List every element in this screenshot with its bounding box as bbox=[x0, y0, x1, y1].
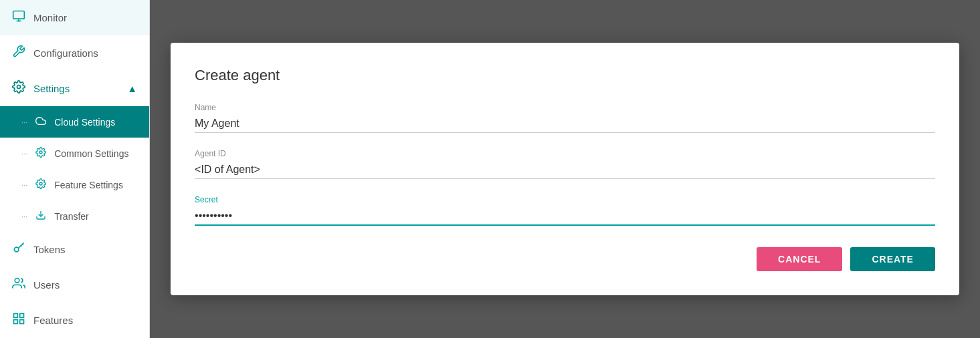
svg-point-4 bbox=[39, 151, 42, 154]
modal-actions: CANCEL CREATE bbox=[195, 247, 935, 271]
sidebar-item-feature-settings-label: Feature Settings bbox=[54, 180, 123, 190]
name-label: Name bbox=[195, 103, 935, 112]
sidebar-item-monitor-label: Monitor bbox=[33, 12, 67, 23]
svg-point-8 bbox=[15, 279, 19, 283]
sidebar-item-common-settings[interactable]: ··· Common Settings bbox=[0, 138, 149, 169]
sidebar-item-common-settings-label: Common Settings bbox=[54, 148, 128, 159]
agent-id-field: Agent ID bbox=[195, 149, 935, 179]
secret-input[interactable] bbox=[195, 207, 935, 226]
sidebar-item-users-label: Users bbox=[33, 279, 60, 291]
users-icon bbox=[12, 277, 25, 293]
agent-id-label: Agent ID bbox=[195, 149, 935, 158]
svg-rect-0 bbox=[13, 11, 25, 19]
main-content: Create agent Name Agent ID Secret CANCEL… bbox=[150, 0, 980, 338]
sidebar-item-settings-label: Settings bbox=[33, 83, 70, 94]
dot-icon3: ··· bbox=[21, 181, 27, 189]
monitor-icon bbox=[12, 9, 25, 26]
key-icon bbox=[12, 241, 25, 258]
modal-dialog: Create agent Name Agent ID Secret CANCEL… bbox=[171, 43, 959, 295]
secret-label: Secret bbox=[195, 195, 935, 204]
sidebar-item-settings[interactable]: Settings ▲ bbox=[0, 71, 149, 106]
secret-field: Secret bbox=[195, 195, 935, 226]
sidebar-item-configurations[interactable]: Configurations bbox=[0, 35, 149, 71]
features-icon bbox=[12, 312, 25, 329]
dot-icon4: ··· bbox=[21, 212, 27, 220]
dot-icon2: ··· bbox=[21, 150, 27, 158]
sidebar-item-tokens[interactable]: Tokens bbox=[0, 232, 149, 267]
sidebar-item-transfer[interactable]: ··· Transfer bbox=[0, 200, 149, 232]
sidebar-item-monitor[interactable]: Monitor bbox=[0, 0, 149, 35]
name-field: Name bbox=[195, 103, 935, 133]
modal-title: Create agent bbox=[195, 67, 935, 84]
cog2-icon bbox=[35, 178, 46, 191]
sidebar: Monitor Configurations Settings ▲ ··· Cl… bbox=[0, 0, 150, 338]
sidebar-item-feature-settings[interactable]: ··· Feature Settings bbox=[0, 169, 149, 200]
sidebar-item-users[interactable]: Users bbox=[0, 267, 149, 303]
cloud-icon bbox=[35, 116, 46, 128]
sidebar-item-configurations-label: Configurations bbox=[33, 47, 98, 59]
svg-rect-12 bbox=[14, 320, 18, 324]
sidebar-item-features-label: Features bbox=[33, 315, 73, 326]
cog-icon bbox=[35, 147, 46, 160]
svg-point-7 bbox=[14, 247, 19, 252]
svg-rect-10 bbox=[20, 314, 24, 318]
gear-icon bbox=[12, 80, 25, 97]
cancel-button[interactable]: CANCEL bbox=[757, 247, 842, 271]
svg-rect-11 bbox=[20, 320, 24, 324]
sidebar-item-tokens-label: Tokens bbox=[33, 244, 66, 255]
sidebar-item-transfer-label: Transfer bbox=[54, 211, 89, 222]
svg-rect-9 bbox=[14, 314, 18, 318]
name-input[interactable] bbox=[195, 115, 935, 133]
create-button[interactable]: CREATE bbox=[850, 247, 935, 271]
modal-overlay[interactable]: Create agent Name Agent ID Secret CANCEL… bbox=[150, 0, 980, 338]
svg-point-5 bbox=[39, 182, 42, 185]
wrench-icon bbox=[12, 45, 25, 61]
svg-point-3 bbox=[17, 86, 21, 89]
chevron-up-icon: ▲ bbox=[127, 83, 137, 94]
sidebar-item-cloud-settings-label: Cloud Settings bbox=[54, 117, 115, 128]
agent-id-input[interactable] bbox=[195, 161, 935, 179]
sidebar-item-features[interactable]: Features bbox=[0, 303, 149, 338]
sidebar-item-cloud-settings[interactable]: ··· Cloud Settings bbox=[0, 106, 149, 138]
dot-icon: ··· bbox=[21, 118, 27, 126]
download-icon bbox=[35, 210, 46, 222]
